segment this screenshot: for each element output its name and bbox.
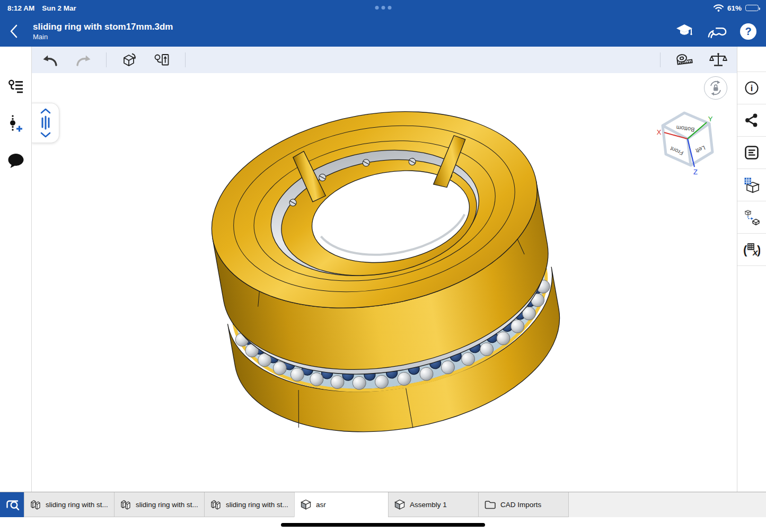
graduation-cap-icon [675, 23, 694, 39]
home-indicator[interactable] [281, 523, 485, 527]
variables-button[interactable]: ( x ) [737, 234, 766, 266]
export-up-icon [154, 52, 171, 67]
measuring-tape-icon [675, 52, 694, 67]
export-body-button[interactable] [152, 50, 172, 70]
axis-z-label: Z [693, 168, 698, 176]
info-button[interactable]: i [737, 72, 766, 104]
tab-label: sliding ring with st... [136, 501, 198, 509]
import-body-button[interactable] [119, 50, 139, 70]
wifi-icon [714, 4, 724, 12]
tab-sliding-ring-3[interactable]: sliding ring with st... [204, 492, 295, 517]
add-item-icon [8, 114, 23, 132]
tab-sliding-ring-1[interactable]: sliding ring with st... [24, 492, 115, 517]
import-box-icon [121, 52, 138, 68]
comments-button[interactable] [6, 150, 26, 171]
share-button[interactable] [737, 104, 766, 137]
measure-button[interactable] [674, 50, 694, 70]
variables-icon: ( x ) [743, 241, 760, 258]
divider [106, 52, 107, 67]
divider [660, 52, 661, 67]
bottom-tab-bar: sliding ring with st... sliding ring wit… [0, 492, 766, 517]
status-bar: 8:12 AM Sun 2 Mar 61% [0, 0, 766, 16]
app-window: 8:12 AM Sun 2 Mar 61% [0, 0, 766, 532]
divider [737, 47, 766, 72]
add-item-button[interactable] [6, 113, 26, 134]
cube-icon [300, 499, 312, 510]
redo-icon [74, 53, 92, 67]
back-button[interactable] [10, 21, 28, 42]
document-header: sliding ring with stom17mm.3dm Main [0, 16, 766, 47]
tab-cad-imports[interactable]: CAD Imports [478, 492, 569, 517]
orbit-lock-button[interactable] [704, 76, 727, 100]
model-gold-bearing-ring[interactable] [32, 73, 737, 492]
orbit-lock-icon [708, 80, 724, 96]
tab-label: CAD Imports [500, 501, 541, 509]
axis-x-label: X [657, 128, 662, 136]
top-header-area: 8:12 AM Sun 2 Mar 61% [0, 0, 766, 47]
box-grid-icon [744, 177, 760, 193]
spotlight-button[interactable] [0, 492, 24, 517]
status-date: Sun 2 Mar [42, 4, 76, 12]
items-list-icon [8, 79, 24, 93]
viewport[interactable]: Bottom Front Left X Y Z [32, 73, 737, 492]
prism-icon [210, 499, 222, 510]
undo-button[interactable] [40, 50, 60, 70]
right-sidebar: i [737, 47, 766, 492]
canvas-area: Bottom Front Left X Y Z [32, 47, 737, 492]
view-cube[interactable]: Bottom Front Left X Y Z [650, 105, 729, 184]
tab-label: sliding ring with st... [46, 501, 108, 509]
home-strip [0, 517, 766, 532]
svg-text:): ) [757, 243, 760, 256]
item-properties-button[interactable] [737, 137, 766, 169]
divider [185, 52, 186, 67]
axis-y-label: Y [708, 115, 713, 123]
folder-icon [484, 499, 496, 510]
undo-icon [41, 53, 59, 67]
tab-label: Assembly 1 [410, 501, 447, 509]
search-icon [3, 496, 21, 513]
tab-label: asr [316, 501, 326, 509]
help-button[interactable]: ? [740, 23, 756, 40]
tab-label: sliding ring with st... [226, 501, 288, 509]
redo-button[interactable] [73, 50, 93, 70]
linked-part-icon [744, 209, 760, 226]
tab-assembly-1[interactable]: Assembly 1 [388, 492, 479, 517]
battery-icon [745, 5, 759, 11]
history-slider-icon [37, 107, 54, 139]
svg-text:i: i [751, 84, 753, 93]
live-sync-button[interactable] [707, 21, 727, 41]
document-list-icon [744, 145, 760, 161]
derive-part-button[interactable] [737, 201, 766, 234]
info-icon: i [744, 80, 760, 96]
prism-icon [30, 499, 41, 510]
canvas-toolbar [32, 47, 737, 73]
document-subtitle: Main [33, 33, 173, 41]
learn-button[interactable] [674, 21, 694, 41]
history-slider-handle[interactable] [32, 103, 59, 143]
balance-button[interactable] [708, 50, 728, 70]
back-chevron-icon [10, 24, 17, 38]
cube-icon [394, 499, 406, 510]
battery-percent: 61% [727, 4, 742, 12]
chat-bubble-icon [7, 153, 25, 169]
document-title: sliding ring with stom17mm.3dm [33, 21, 173, 32]
tab-sliding-ring-2[interactable]: sliding ring with st... [114, 492, 205, 517]
share-icon [744, 112, 760, 128]
multitask-dots [375, 6, 391, 10]
isometric-view-button[interactable] [737, 169, 766, 201]
items-list-button[interactable] [6, 76, 26, 96]
balance-scale-icon [709, 52, 728, 68]
help-icon: ? [745, 25, 751, 38]
left-sidebar [0, 47, 32, 492]
prism-icon [120, 499, 131, 510]
svg-text:(: ( [743, 243, 747, 256]
ar-visor-icon [707, 23, 727, 39]
tab-asr-active[interactable]: asr [294, 492, 389, 517]
clock-time: 8:12 AM [7, 4, 34, 12]
